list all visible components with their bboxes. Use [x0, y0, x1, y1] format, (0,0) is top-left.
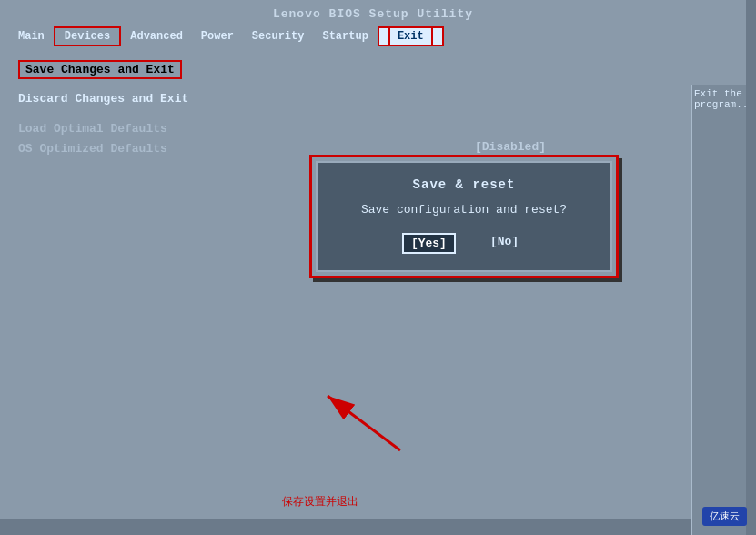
menu-item-devices[interactable]: Devices	[54, 26, 121, 46]
right-hint-text: Exit the program...	[694, 88, 746, 110]
watermark: 亿速云	[702, 507, 747, 526]
menu-item-main[interactable]: Main	[9, 28, 54, 45]
dialog-message: Save configuration and reset?	[330, 199, 598, 229]
bios-screen: Lenovo BIOS Setup Utility Main Devices A…	[0, 0, 746, 519]
save-changes-option[interactable]: Save Changes and Exit	[18, 57, 728, 84]
bios-topbar: Lenovo BIOS Setup Utility Main Devices A…	[0, 0, 746, 48]
arrow-annotation	[255, 350, 437, 464]
bios-menu: Main Devices Advanced Power Security Sta…	[0, 25, 746, 48]
exit-highlight-box: Exit	[388, 26, 433, 46]
dialog-title: Save & reset	[330, 172, 598, 199]
menu-item-security[interactable]: Security	[243, 28, 314, 45]
menu-item-power[interactable]: Power	[192, 28, 243, 45]
dialog-inner: Save & reset Save configuration and rese…	[316, 161, 612, 272]
menu-item-advanced[interactable]: Advanced	[121, 28, 192, 45]
save-reset-dialog: Save & reset Save configuration and rese…	[309, 155, 619, 278]
bios-screenshot: Lenovo BIOS Setup Utility Main Devices A…	[0, 0, 756, 535]
discard-changes-option[interactable]: Discard Changes and Exit	[18, 89, 728, 108]
os-optimized-option[interactable]: OS Optimized Defaults	[18, 139, 167, 158]
menu-item-exit[interactable]: Exit	[378, 26, 444, 46]
annotation-text: 保存设置并退出	[282, 494, 358, 510]
menu-item-startup[interactable]: Startup	[313, 28, 377, 45]
right-hint-panel: Exit the program...	[691, 85, 746, 535]
dialog-buttons: [Yes] [No]	[330, 229, 598, 261]
bios-title: Lenovo BIOS Setup Utility	[0, 4, 746, 25]
load-optimal-option[interactable]: Load Optimal Defaults	[18, 119, 728, 138]
dialog-no-button[interactable]: [No]	[483, 233, 526, 254]
dialog-yes-button[interactable]: [Yes]	[402, 233, 456, 254]
save-changes-box: Save Changes and Exit	[18, 60, 182, 79]
arrow-svg	[255, 350, 437, 459]
os-optimized-value: [Disabled]	[475, 140, 546, 154]
